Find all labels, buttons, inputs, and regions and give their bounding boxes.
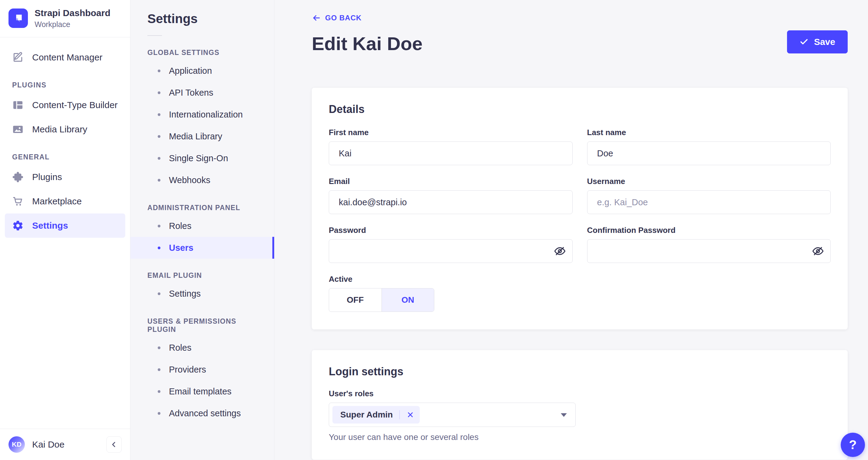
subnav-title: Settings	[130, 11, 274, 26]
bullet-icon	[158, 69, 160, 72]
toggle-password-visibility-button[interactable]	[551, 242, 568, 260]
bullet-icon	[158, 91, 160, 94]
sidebar-footer: KD Kai Doe	[0, 429, 130, 460]
subnav-item-admin-users[interactable]: Users	[130, 237, 274, 259]
image-icon	[12, 123, 24, 135]
subnav-item-up-roles[interactable]: Roles	[130, 337, 274, 358]
subnav-item-media-library[interactable]: Media Library	[130, 125, 274, 147]
sidebar-item-content-manager[interactable]: Content Manager	[5, 45, 125, 69]
bullet-icon	[158, 113, 160, 116]
sidebar-item-label: Marketplace	[32, 196, 82, 206]
first-name-field[interactable]	[329, 142, 572, 165]
email-label: Email	[329, 177, 572, 186]
arrow-left-icon	[312, 13, 321, 23]
strapi-logo-icon	[8, 8, 28, 28]
puzzle-icon	[12, 171, 24, 183]
subnav-section-administration-panel: ADMINISTRATION PANEL	[130, 204, 274, 212]
active-label: Active	[329, 275, 572, 284]
layout-grid-icon	[12, 99, 24, 111]
sidebar-item-content-type-builder[interactable]: Content-Type Builder	[5, 93, 125, 117]
sidebar-item-plugins[interactable]: Plugins	[5, 165, 125, 189]
toggle-confirmation-visibility-button[interactable]	[809, 242, 827, 260]
caret-down-icon	[561, 413, 567, 417]
subnav-item-single-sign-on[interactable]: Single Sign-On	[130, 147, 274, 169]
subnav-item-email-settings[interactable]: Settings	[130, 283, 274, 305]
sidebar-item-label: Content-Type Builder	[32, 100, 118, 110]
check-icon	[800, 37, 809, 47]
users-roles-select[interactable]: Super Admin	[329, 403, 576, 427]
eye-off-icon	[554, 245, 566, 257]
subnav-item-webhooks[interactable]: Webhooks	[130, 169, 274, 191]
subnav-item-providers[interactable]: Providers	[130, 358, 274, 380]
save-button[interactable]: Save	[787, 30, 848, 53]
sidebar-item-label: Settings	[32, 221, 68, 231]
users-roles-label: User's roles	[329, 389, 831, 398]
toggle-off-option[interactable]: OFF	[329, 288, 381, 312]
bullet-icon	[158, 225, 160, 227]
page-title: Edit Kai Doe	[312, 33, 848, 54]
active-toggle[interactable]: OFF ON	[329, 288, 434, 312]
bullet-icon	[158, 179, 160, 181]
bullet-icon	[158, 247, 160, 249]
chevron-left-icon	[110, 440, 118, 449]
email-field[interactable]	[329, 191, 572, 214]
subnav-item-advanced-settings[interactable]: Advanced settings	[130, 402, 274, 424]
brand-subtitle: Workplace	[35, 20, 111, 29]
subnav-item-application[interactable]: Application	[130, 60, 274, 82]
login-settings-title: Login settings	[329, 365, 831, 378]
eye-off-icon	[812, 245, 824, 257]
divider	[147, 35, 162, 36]
sidebar-collapse-button[interactable]	[106, 436, 122, 453]
toggle-on-option[interactable]: ON	[381, 288, 434, 312]
avatar: KD	[8, 436, 25, 453]
bullet-icon	[158, 292, 160, 295]
bullet-icon	[158, 368, 160, 371]
go-back-link[interactable]: GO BACK	[312, 13, 362, 23]
confirmation-password-label: Confirmation Password	[587, 226, 831, 235]
username-field[interactable]	[587, 191, 831, 214]
username-label: Username	[587, 177, 831, 186]
sidebar-item-marketplace[interactable]: Marketplace	[5, 189, 125, 213]
bullet-icon	[158, 157, 160, 160]
main-nav: Content Manager PLUGINS Content-Type Bui…	[0, 37, 130, 238]
divider	[399, 410, 400, 419]
login-settings-card: Login settings User's roles Super Admin	[312, 350, 848, 460]
bullet-icon	[158, 135, 160, 138]
help-button[interactable]: ?	[841, 433, 865, 457]
gear-icon	[12, 220, 24, 231]
bullet-icon	[158, 346, 160, 349]
main-sidebar: Strapi Dashboard Workplace Content Manag…	[0, 0, 130, 460]
password-label: Password	[329, 226, 572, 235]
bullet-icon	[158, 412, 160, 415]
cart-icon	[12, 196, 24, 207]
sidebar-item-settings[interactable]: Settings	[5, 213, 125, 238]
bullet-icon	[158, 390, 160, 393]
sidebar-item-label: Media Library	[32, 124, 87, 135]
last-name-field[interactable]	[587, 142, 831, 165]
password-field[interactable]	[329, 239, 572, 263]
brand-title: Strapi Dashboard	[35, 8, 111, 19]
subnav-item-email-templates[interactable]: Email templates	[130, 380, 274, 402]
nav-section-general: GENERAL	[5, 153, 125, 161]
user-name: Kai Doe	[32, 439, 65, 450]
role-tag: Super Admin	[332, 406, 420, 424]
last-name-label: Last name	[587, 128, 831, 137]
subnav-section-global-settings: GLOBAL SETTINGS	[130, 49, 274, 57]
first-name-label: First name	[329, 128, 572, 137]
close-icon	[406, 411, 414, 419]
pen-square-icon	[12, 52, 24, 63]
roles-helper-text: Your user can have one or several roles	[329, 432, 831, 442]
settings-subnav: Settings GLOBAL SETTINGS Application API…	[130, 0, 275, 460]
details-card-title: Details	[329, 103, 831, 116]
details-card: Details First name Last name Email	[312, 88, 848, 329]
subnav-item-internationalization[interactable]: Internationalization	[130, 104, 274, 125]
confirmation-password-field[interactable]	[587, 239, 831, 263]
subnav-item-api-tokens[interactable]: API Tokens	[130, 82, 274, 104]
subnav-section-users-permissions: USERS & PERMISSIONS PLUGIN	[130, 317, 274, 334]
subnav-item-admin-roles[interactable]: Roles	[130, 215, 274, 237]
remove-role-button[interactable]	[404, 408, 417, 421]
brand: Strapi Dashboard Workplace	[0, 0, 130, 37]
main-content: GO BACK Edit Kai Doe Save Details First …	[275, 0, 868, 460]
sidebar-item-media-library[interactable]: Media Library	[5, 117, 125, 142]
app-window: Strapi Dashboard Workplace Content Manag…	[0, 0, 868, 460]
